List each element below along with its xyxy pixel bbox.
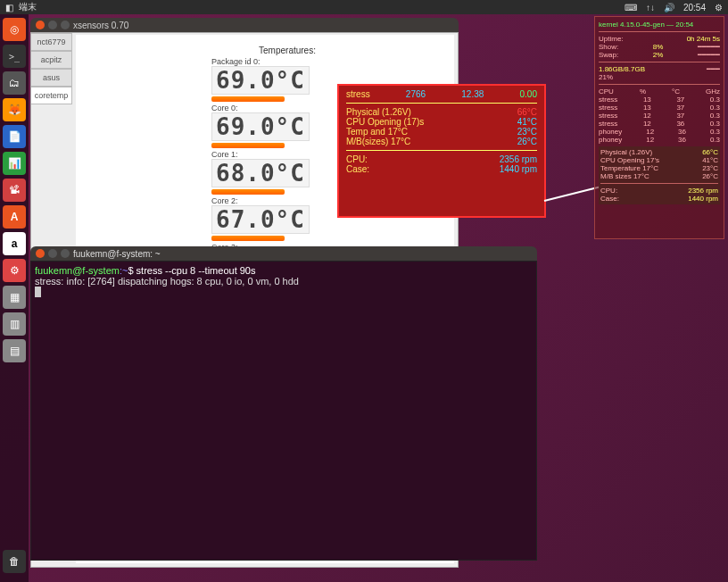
- temp-bar: [211, 236, 285, 241]
- terminal-launcher-icon[interactable]: >_: [3, 45, 26, 68]
- amazon-launcher-icon[interactable]: a: [3, 232, 26, 255]
- keyboard-icon[interactable]: ⌨: [625, 3, 637, 12]
- terminal-title-text: fuukemn@f-system: ~: [73, 249, 161, 259]
- network-icon[interactable]: ↑↓: [646, 3, 655, 12]
- conky-proc-row: stress13370.3: [599, 96, 720, 104]
- close-icon[interactable]: [36, 249, 45, 258]
- temps-heading: Temperatures:: [211, 46, 363, 55]
- temp-value-pkg: 69.0°C: [211, 66, 310, 95]
- rp-proc: stress: [346, 89, 370, 99]
- temp-value-core0: 69.0°C: [211, 112, 310, 141]
- conky-sensor-box: Physical (1.26V)66°C CPU Opening 17's41°…: [599, 146, 720, 204]
- files-launcher-icon[interactable]: 🗂: [3, 71, 26, 95]
- temp-bar: [211, 96, 285, 102]
- sensor-overlay: stress 2766 12.38 0.00 Physical (1.26V)6…: [337, 84, 546, 218]
- terminal-window[interactable]: fuukemn@f-system:~$ stress --cpu 8 --tim…: [30, 261, 537, 561]
- app-menu-icon[interactable]: ◧: [5, 3, 13, 12]
- maximize-icon[interactable]: [61, 21, 70, 29]
- close-icon[interactable]: [36, 21, 45, 29]
- app-title: 端末: [19, 1, 37, 13]
- minimize-icon[interactable]: [48, 249, 57, 258]
- temp-bar: [211, 143, 285, 148]
- gear-icon[interactable]: ⚙: [715, 3, 723, 12]
- top-menubar: ◧ 端末 ⌨ ↑↓ 🔊 20:54 ⚙: [0, 0, 728, 14]
- term-cursor: [35, 287, 41, 297]
- calc-launcher-icon[interactable]: 📊: [3, 152, 26, 175]
- xsensors-titlebar[interactable]: xsensors 0.70: [30, 18, 459, 32]
- xsensors-title-text: xsensors 0.70: [73, 21, 128, 30]
- firefox-launcher-icon[interactable]: 🦊: [3, 98, 26, 121]
- minimize-icon[interactable]: [48, 21, 57, 29]
- software-launcher-icon[interactable]: A: [3, 205, 26, 229]
- unity-launcher: ◎ >_ 🗂 🦊 📄 📊 📽 A a ⚙ ▦ ▥ ▤ 🗑: [0, 14, 29, 582]
- app-launcher-icon-1[interactable]: ▦: [3, 286, 26, 309]
- tab-asus[interactable]: asus: [31, 69, 72, 87]
- temp-value-core1: 68.0°C: [211, 159, 310, 187]
- conky-proc-row: phoney12360.3: [599, 128, 720, 136]
- term-command: stress --cpu 8 --timeout 90s: [136, 265, 256, 276]
- app-launcher-icon-2[interactable]: ▥: [3, 312, 26, 336]
- tab-coretemp[interactable]: coretemp: [31, 87, 72, 104]
- terminal-titlebar[interactable]: fuukemn@f-system: ~: [30, 246, 537, 261]
- temp-value-core2: 67.0°C: [211, 205, 310, 234]
- dash-icon[interactable]: ◎: [3, 18, 26, 41]
- tab-acpitz[interactable]: acpitz: [31, 51, 72, 69]
- conky-proc-row: stress12360.3: [599, 120, 720, 128]
- maximize-icon[interactable]: [61, 249, 70, 258]
- writer-launcher-icon[interactable]: 📄: [3, 125, 26, 148]
- tab-nct6779[interactable]: nct6779: [31, 33, 72, 51]
- app-launcher-icon-3[interactable]: ▤: [3, 339, 26, 362]
- impress-launcher-icon[interactable]: 📽: [3, 179, 26, 202]
- term-user: fuukemn@f-system: [35, 265, 120, 276]
- term-prompt-char: $: [128, 265, 133, 276]
- conky-proc-row: stress12370.3: [599, 112, 720, 120]
- clock[interactable]: 20:54: [683, 3, 706, 12]
- temp-label-pkg: Package id 0:: [211, 57, 363, 66]
- sound-icon[interactable]: 🔊: [664, 3, 674, 12]
- settings-launcher-icon[interactable]: ⚙: [3, 259, 26, 282]
- conky-proc-row: phoney12360.3: [599, 136, 720, 144]
- term-output: stress: info: [2764] dispatching hogs: 8…: [35, 276, 533, 287]
- trash-icon[interactable]: 🗑: [3, 550, 26, 573]
- conky-proc-row: stress13370.3: [599, 104, 720, 112]
- temp-bar: [211, 189, 285, 195]
- conky-panel: kernel 4.15.0-45-gen — 20:54 Uptime:0h 2…: [594, 16, 724, 239]
